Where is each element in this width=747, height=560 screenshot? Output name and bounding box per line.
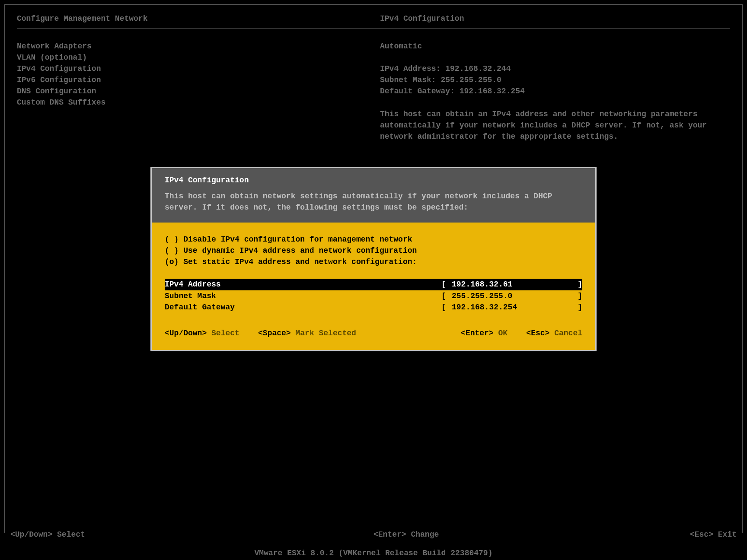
field-label: IPv4 Address (165, 279, 441, 290)
nav-item-ipv6-configuration[interactable]: IPv6 Configuration (17, 74, 380, 86)
info-default-gateway: Default Gateway: 192.168.32.254 (380, 86, 730, 97)
dialog-header: IPv4 Configuration This host can obtain … (152, 168, 595, 223)
info-spacer-2 (380, 97, 730, 108)
footer-key-esc: <Esc> (526, 329, 549, 337)
bracket-right: ] (574, 302, 582, 313)
radio-mark: ( ) (165, 246, 179, 255)
footer-action-ok[interactable]: OK (498, 329, 508, 337)
radio-label: Use dynamic IPv4 address and network con… (183, 246, 417, 255)
info-spacer (380, 52, 730, 63)
status-bar: <Up/Down> Select <Enter> Change <Esc> Ex… (4, 525, 743, 544)
bracket-right: ] (574, 290, 582, 302)
footer-key-enter: <Enter> (461, 329, 494, 337)
radio-mark: (o) (165, 258, 179, 266)
info-ipv4-address: IPv4 Address: 192.168.32.244 (380, 63, 730, 74)
radio-mark: ( ) (165, 235, 179, 244)
dialog-description: This host can obtain network settings au… (165, 191, 582, 213)
status-action-select: Select (57, 530, 85, 539)
bracket-left: [ (441, 290, 450, 302)
radio-label: Disable IPv4 configuration for managemen… (183, 235, 412, 244)
info-help-text: This host can obtain an IPv4 address and… (380, 108, 709, 142)
info-automatic: Automatic (380, 41, 730, 52)
footer-action-select: Select (211, 329, 239, 337)
field-ipv4-address[interactable]: IPv4 Address [ 192.168.32.61 ] (165, 279, 582, 290)
dcui-screen: Configure Management Network IPv4 Config… (0, 0, 747, 560)
nav-item-network-adapters[interactable]: Network Adapters (17, 41, 380, 52)
info-subnet-mask: Subnet Mask: 255.255.255.0 (380, 74, 730, 86)
radio-dynamic-ipv4[interactable]: ( ) Use dynamic IPv4 address and network… (165, 245, 582, 256)
dialog-title: IPv4 Configuration (165, 176, 582, 185)
field-table: IPv4 Address [ 192.168.32.61 ] Subnet Ma… (165, 279, 582, 312)
page-title-right: IPv4 Configuration (380, 14, 464, 23)
default-gateway-input[interactable]: 192.168.32.254 (450, 302, 574, 313)
field-subnet-mask[interactable]: Subnet Mask [ 255.255.255.0 ] (165, 290, 582, 302)
radio-label: Set static IPv4 address and network conf… (183, 258, 417, 266)
status-key-esc: <Esc> (690, 530, 713, 539)
main-frame: Configure Management Network IPv4 Config… (4, 4, 743, 533)
header-separator (17, 28, 730, 29)
footer-action-mark: Mark Selected (296, 329, 356, 337)
nav-item-dns-configuration[interactable]: DNS Configuration (17, 86, 380, 97)
ipv4-config-dialog: IPv4 Configuration This host can obtain … (150, 167, 597, 351)
footer-key-space: <Space> (258, 329, 291, 337)
status-key-enter: <Enter> (374, 530, 406, 539)
dialog-footer: <Up/Down> Select <Space> Mark Selected <… (165, 328, 582, 339)
field-default-gateway[interactable]: Default Gateway [ 192.168.32.254 ] (165, 302, 582, 313)
info-right: Automatic IPv4 Address: 192.168.32.244 S… (380, 41, 730, 142)
footer-action-cancel[interactable]: Cancel (554, 329, 582, 337)
radio-disable-ipv4[interactable]: ( ) Disable IPv4 configuration for manag… (165, 234, 582, 245)
header-row: Configure Management Network IPv4 Config… (17, 14, 730, 23)
status-action-exit: Exit (718, 530, 737, 539)
subnet-mask-input[interactable]: 255.255.255.0 (450, 290, 574, 302)
nav-item-vlan[interactable]: VLAN (optional) (17, 52, 380, 63)
ipv4-address-input[interactable]: 192.168.32.61 (450, 279, 574, 290)
bracket-right: ] (574, 279, 582, 290)
nav-item-ipv4-configuration[interactable]: IPv4 Configuration (17, 63, 380, 74)
field-label: Subnet Mask (165, 290, 441, 302)
field-label: Default Gateway (165, 302, 441, 313)
status-action-change: Change (411, 530, 439, 539)
dialog-body: ( ) Disable IPv4 configuration for manag… (152, 223, 595, 350)
radio-static-ipv4[interactable]: (o) Set static IPv4 address and network … (165, 256, 582, 267)
nav-item-custom-dns-suffixes[interactable]: Custom DNS Suffixes (17, 97, 380, 108)
bracket-left: [ (441, 279, 450, 290)
footer-key-updown: <Up/Down> (165, 329, 207, 337)
status-key-updown: <Up/Down> (10, 530, 52, 539)
nav-left: Network Adapters VLAN (optional) IPv4 Co… (17, 41, 380, 142)
page-title-left: Configure Management Network (17, 14, 380, 23)
body-columns: Network Adapters VLAN (optional) IPv4 Co… (17, 41, 730, 142)
bracket-left: [ (441, 302, 450, 313)
version-bar: VMware ESXi 8.0.2 (VMKernel Release Buil… (0, 549, 747, 557)
